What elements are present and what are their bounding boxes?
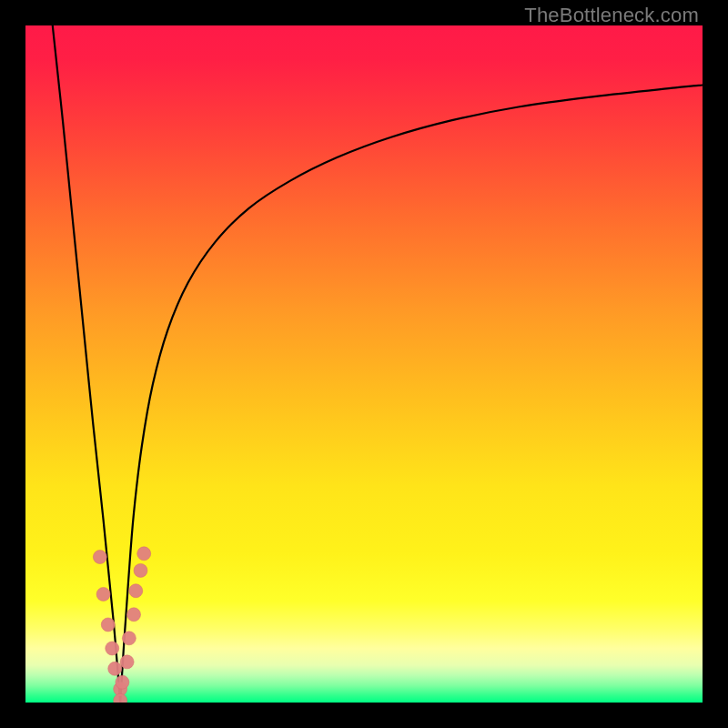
scatter-dot	[106, 642, 119, 655]
scatter-dot	[101, 618, 115, 632]
scatter-dot	[96, 587, 110, 601]
watermark-text: TheBottleneck.com	[524, 4, 699, 27]
scatter-dot	[127, 608, 141, 622]
chart-frame: TheBottleneck.com	[0, 0, 728, 728]
scatter-dot	[134, 563, 147, 577]
scatter-dot	[137, 547, 151, 561]
scatter-dot	[120, 655, 134, 669]
scatter-dot	[129, 584, 143, 598]
scatter-dot	[122, 632, 136, 645]
scatter-dot	[116, 675, 129, 689]
scatter-dot	[93, 551, 106, 564]
scatter-dot	[114, 693, 127, 703]
plot-area	[25, 25, 703, 703]
scatter-dot	[108, 662, 122, 675]
scatter-layer	[25, 25, 703, 703]
